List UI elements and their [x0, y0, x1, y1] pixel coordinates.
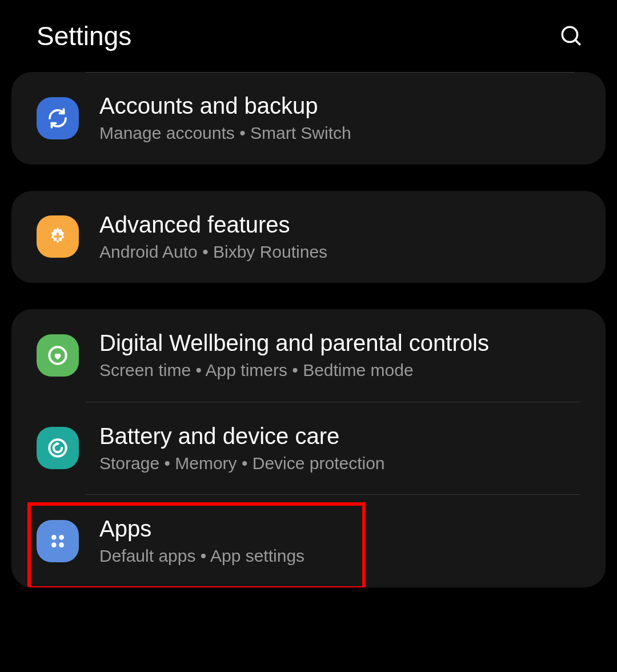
- settings-item-text: Accounts and backup Manage accounts • Sm…: [99, 93, 351, 144]
- svg-rect-3: [54, 236, 62, 238]
- settings-item-text: Digital Wellbeing and parental controls …: [99, 330, 489, 381]
- settings-group: Digital Wellbeing and parental controls …: [11, 309, 606, 587]
- settings-item-accounts-backup[interactable]: Accounts and backup Manage accounts • Sm…: [11, 72, 606, 165]
- settings-item-title: Apps: [99, 515, 305, 542]
- header: Settings: [0, 0, 617, 72]
- settings-list: Accounts and backup Manage accounts • Sm…: [0, 72, 617, 587]
- settings-item-title: Accounts and backup: [99, 93, 351, 119]
- sync-icon: [37, 97, 79, 139]
- svg-point-9: [59, 542, 64, 547]
- svg-point-7: [59, 535, 64, 540]
- settings-item-advanced-features[interactable]: Advanced features Android Auto • Bixby R…: [11, 191, 606, 283]
- device-care-icon: [37, 427, 79, 469]
- svg-line-1: [575, 40, 580, 45]
- page-title: Settings: [37, 21, 131, 51]
- settings-item-subtitle: Android Auto • Bixby Routines: [99, 241, 327, 263]
- settings-item-subtitle: Default apps • App settings: [99, 545, 305, 567]
- svg-point-5: [49, 440, 66, 457]
- settings-item-apps[interactable]: Apps Default apps • App settings: [11, 495, 606, 587]
- svg-point-6: [51, 535, 57, 540]
- wellbeing-icon: [37, 334, 79, 377]
- settings-item-text: Apps Default apps • App settings: [99, 515, 305, 567]
- settings-item-subtitle: Manage accounts • Smart Switch: [99, 122, 351, 144]
- search-icon: [559, 24, 583, 48]
- settings-item-subtitle: Storage • Memory • Device protection: [99, 453, 385, 474]
- settings-item-title: Digital Wellbeing and parental controls: [99, 330, 489, 356]
- plus-gear-icon: [37, 215, 79, 258]
- settings-item-subtitle: Screen time • App timers • Bedtime mode: [99, 359, 489, 381]
- apps-icon: [37, 520, 79, 562]
- search-button[interactable]: [558, 22, 585, 50]
- settings-item-title: Battery and device care: [99, 423, 385, 449]
- svg-point-0: [562, 27, 577, 42]
- settings-group: Accounts and backup Manage accounts • Sm…: [11, 72, 606, 165]
- settings-item-text: Battery and device care Storage • Memory…: [99, 423, 385, 474]
- settings-item-text: Advanced features Android Auto • Bixby R…: [99, 211, 327, 263]
- settings-item-title: Advanced features: [99, 211, 327, 238]
- svg-point-8: [51, 542, 57, 547]
- settings-group: Advanced features Android Auto • Bixby R…: [11, 191, 606, 283]
- settings-item-digital-wellbeing[interactable]: Digital Wellbeing and parental controls …: [11, 309, 606, 402]
- settings-item-battery-device-care[interactable]: Battery and device care Storage • Memory…: [11, 402, 606, 495]
